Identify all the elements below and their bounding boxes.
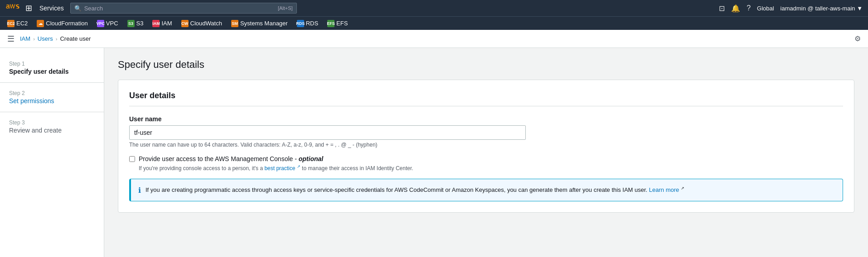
settings-icon[interactable]: ⚙ [854,34,861,43]
service-ec2[interactable]: EC2 EC2 [4,19,31,28]
main-content: Specify user details User details User n… [104,48,868,257]
service-cloudwatch[interactable]: CW CloudWatch [178,19,226,28]
systems-manager-label: Systems Manager [240,20,288,27]
service-efs[interactable]: EFS EFS [324,19,351,28]
console-access-label[interactable]: Provide user access to the AWS Managemen… [139,155,323,162]
page-title: Specify user details [118,59,854,71]
console-access-text: Provide user access to the AWS Managemen… [139,155,413,171]
cloudwatch-label: CloudWatch [190,20,222,27]
breadcrumb-sep-2: › [56,36,58,42]
region-selector[interactable]: Global [757,5,774,12]
ec2-icon: EC2 [7,20,15,27]
cloudwatch-icon: CW [181,20,189,27]
service-s3[interactable]: S3 S3 [124,19,147,28]
efs-icon: EFS [327,20,335,27]
username-label: User name [129,115,843,123]
services-button[interactable]: Services [37,4,67,13]
breadcrumb-iam-link[interactable]: IAM [20,35,30,42]
learn-more-link[interactable]: Learn more [649,186,679,193]
step-divider-2 [0,112,104,112]
step-3-label: Step 3 [9,119,95,126]
search-shortcut-hint: [Alt+S] [278,5,293,11]
console-access-sublabel: If you're providing console access to a … [139,164,413,171]
service-systems-manager[interactable]: SM Systems Manager [228,19,291,28]
global-search-bar[interactable]: 🔍 [Alt+S] [70,3,297,14]
console-access-row: Provide user access to the AWS Managemen… [129,155,843,171]
breadcrumb-sep-1: › [33,36,35,42]
username-field: User name The user name can have up to 6… [129,115,843,148]
search-icon: 🔍 [74,5,82,12]
nav-right-area: ⊡ 🔔 ? Global iamadmin @ taller-aws-main … [719,4,863,13]
step-1-item: Step 1 Specify user details [0,57,104,79]
info-circle-icon: ℹ [138,186,141,195]
console-access-checkbox[interactable] [129,156,135,162]
notifications-icon[interactable]: 🔔 [731,4,740,13]
info-box: ℹ If you are creating programmatic acces… [129,179,843,201]
vpc-label: VPC [106,20,118,27]
search-input[interactable] [84,5,278,12]
efs-label: EFS [336,20,348,27]
cloudformation-icon: ☁ [37,20,44,27]
s3-icon: S3 [127,20,135,27]
cloudformation-label: CloudFormation [46,20,88,27]
username-hint: The user name can have up to 64 characte… [129,142,843,148]
sub-navigation: ☰ IAM › Users › Create user ⚙ [0,30,868,48]
step-divider-1 [0,82,104,83]
info-box-text: If you are creating programmatic access … [145,186,684,195]
rds-icon: RDS [297,20,304,27]
systems-manager-icon: SM [231,20,238,27]
aws-logo [5,4,20,13]
user-details-card: User details User name The user name can… [118,80,854,213]
breadcrumb-users-link[interactable]: Users [38,35,53,42]
rds-label: RDS [306,20,318,27]
step-3-name: Review and create [9,127,95,134]
best-practice-link[interactable]: best practice ↗ [264,165,300,171]
breadcrumb: IAM › Users › Create user [20,35,91,42]
steps-sidebar: Step 1 Specify user details Step 2 Set p… [0,48,104,257]
step-2-name-link[interactable]: Set permissions [9,97,54,105]
account-menu[interactable]: iamadmin @ taller-aws-main ▼ [781,5,863,12]
step-2-item: Step 2 Set permissions [0,86,104,108]
top-navigation: ⊞ Services 🔍 [Alt+S] ⊡ 🔔 ? Global iamadm… [0,0,868,16]
step-1-label: Step 1 [9,61,95,67]
step-2-label: Step 2 [9,90,95,96]
card-title: User details [129,91,843,106]
service-vpc[interactable]: VPC VPC [93,19,122,28]
username-input[interactable] [129,125,526,140]
vpc-icon: VPC [97,20,104,27]
service-navigation: EC2 EC2 ☁ CloudFormation VPC VPC S3 S3 I… [0,16,868,30]
iam-icon: IAM [152,20,160,27]
breadcrumb-current: Create user [60,35,91,42]
iam-label: IAM [161,20,172,27]
step-3-item: Step 3 Review and create [0,116,104,138]
service-rds[interactable]: RDS RDS [293,19,322,28]
service-cloudformation[interactable]: ☁ CloudFormation [33,19,92,28]
help-icon[interactable]: ? [747,4,751,12]
s3-label: S3 [136,20,144,27]
hamburger-menu-icon[interactable]: ☰ [7,34,15,44]
ec2-label: EC2 [16,20,28,27]
cloud-shell-icon[interactable]: ⊡ [719,4,725,13]
service-iam[interactable]: IAM IAM [149,19,175,28]
step-1-name: Specify user details [9,68,95,75]
main-layout: Step 1 Specify user details Step 2 Set p… [0,48,868,257]
apps-grid-icon[interactable]: ⊞ [25,3,32,13]
